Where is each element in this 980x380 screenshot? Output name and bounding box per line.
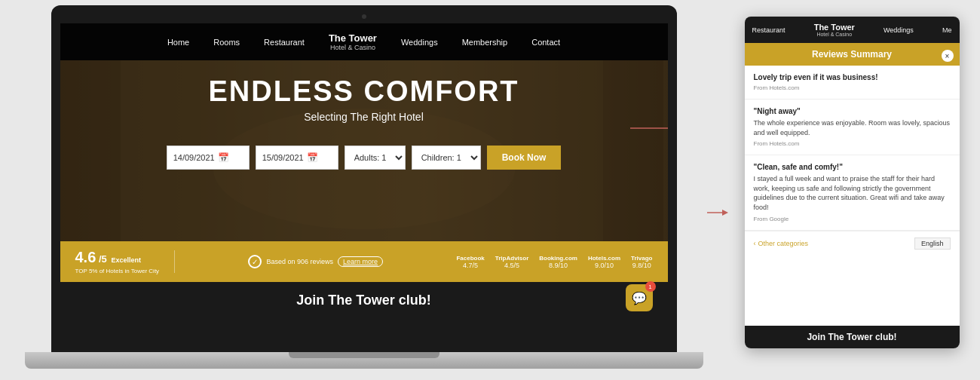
rating-scale: /5: [99, 253, 107, 265]
review-source-1: From Hotels.com: [754, 84, 951, 91]
platform-val-hotels: 9.0/10: [588, 262, 620, 269]
platform-val-trivago: 9.8/10: [631, 262, 652, 269]
laptop-screen: Home Rooms Restaurant The Tower Hotel & …: [60, 23, 668, 348]
nav-rooms[interactable]: Rooms: [213, 38, 240, 47]
hero-subtitle: Selecting The Right Hotel: [208, 111, 519, 123]
booking-form: 14/09/2021 📅 15/09/2021 📅 Adults: 1Adult…: [167, 146, 562, 170]
platform-val-tripadvisor: 4.5/5: [495, 262, 528, 269]
platform-trivago: Trivago 9.8/10: [631, 255, 652, 269]
checkout-date-field[interactable]: 15/09/2021 📅: [256, 146, 338, 170]
mobile-brand-name: The Tower: [814, 23, 855, 32]
join-banner: Join The Tower club! 💬 1: [60, 282, 668, 319]
hotel-website: Home Rooms Restaurant The Tower Hotel & …: [60, 23, 668, 348]
platform-val-booking: 8.9/10: [539, 262, 577, 269]
rating-big-number: 4.6: [75, 249, 96, 265]
nav-brand: The Tower Hotel & Casino: [329, 32, 377, 51]
rating-score-block: 4.6 /5 Excellent TOP 5% of Hotels in Tow…: [75, 249, 160, 274]
mobile-nav: Restaurant The Tower Hotel & Casino Wedd…: [745, 17, 960, 43]
other-categories-label: Other categories: [758, 240, 809, 247]
close-button[interactable]: ×: [942, 50, 954, 62]
learn-more-link[interactable]: Learn more: [338, 256, 383, 267]
platform-scores: Facebook 4.7/5 TripAdvisor 4.5/5 Booking…: [456, 255, 652, 269]
adults-select[interactable]: Adults: 1Adults: 2Adults: 3: [345, 146, 406, 170]
rating-score: 4.6 /5 Excellent: [75, 249, 160, 266]
svg-marker-8: [722, 210, 728, 216]
nav-membership[interactable]: Membership: [462, 38, 508, 47]
rating-bar: 4.6 /5 Excellent TOP 5% of Hotels in Tow…: [60, 241, 668, 282]
mobile-join-banner: Join The Tower club!: [745, 326, 960, 348]
mobile-brand-sub: Hotel & Casino: [814, 32, 855, 37]
mobile-nav-me[interactable]: Me: [942, 26, 952, 34]
chat-bubble-button[interactable]: 💬 1: [626, 284, 653, 311]
mobile-panel: Restaurant The Tower Hotel & Casino Wedd…: [745, 17, 960, 348]
rating-divider: [174, 250, 175, 273]
review-text-3: I stayed a full week and want to praise …: [754, 174, 951, 212]
nav-restaurant[interactable]: Restaurant: [264, 38, 305, 47]
main-nav: Home Rooms Restaurant The Tower Hotel & …: [60, 23, 668, 60]
chevron-left-icon: ‹: [754, 240, 756, 247]
arrow-to-panel: [630, 121, 668, 136]
review-title-3: "Clean, safe and comfy!": [754, 163, 951, 171]
children-select[interactable]: Children: 1Children: 2Children: 3: [412, 146, 481, 170]
mobile-join-text: Join The Tower club!: [751, 332, 954, 342]
laptop-base: [25, 352, 703, 369]
laptop-mockup: Home Rooms Restaurant The Tower Hotel & …: [36, 5, 692, 375]
check-circle-icon: ✓: [248, 255, 262, 268]
chat-icon: 💬: [632, 291, 647, 305]
review-item-1: Lovely trip even if it was business! Fro…: [745, 66, 960, 100]
platform-tripadvisor: TripAdvisor 4.5/5: [495, 255, 528, 269]
nav-home[interactable]: Home: [167, 38, 189, 47]
rating-based-text: Based on 906 reviews: [266, 258, 333, 265]
hero-text: Endless Comfort Selecting The Right Hote…: [208, 75, 519, 123]
camera-dot: [362, 14, 366, 19]
mobile-nav-weddings[interactable]: Weddings: [884, 26, 914, 34]
hero-section: Endless Comfort Selecting The Right Hote…: [60, 60, 668, 241]
platform-name-facebook: Facebook: [456, 255, 484, 262]
book-now-button[interactable]: Book Now: [487, 146, 562, 170]
platform-booking: Booking.com 8.9/10: [539, 255, 577, 269]
reviews-footer: ‹ Other categories English: [745, 231, 960, 256]
other-categories-link[interactable]: ‹ Other categories: [754, 240, 809, 247]
platform-name-trivago: Trivago: [631, 255, 652, 262]
checkout-date-value: 15/09/2021: [262, 153, 304, 162]
brand-name: The Tower: [329, 32, 377, 44]
platform-val-facebook: 4.7/5: [456, 262, 484, 269]
reviews-header: Reviews Summary: [745, 43, 960, 66]
language-button[interactable]: English: [914, 238, 951, 250]
review-source-2: From Hotels.com: [754, 140, 951, 147]
screen-bezel: Home Rooms Restaurant The Tower Hotel & …: [51, 5, 677, 352]
mobile-nav-restaurant[interactable]: Restaurant: [752, 26, 786, 34]
review-source-3: From Google: [754, 216, 951, 222]
platform-facebook: Facebook 4.7/5: [456, 255, 484, 269]
platform-name-booking: Booking.com: [539, 255, 577, 262]
review-title-1: Lovely trip even if it was business!: [754, 73, 951, 81]
checkin-date-value: 14/09/2021: [173, 153, 215, 162]
review-item-2: "Night away" The whole experience was en…: [745, 100, 960, 155]
platform-hotels: Hotels.com 9.0/10: [588, 255, 620, 269]
mobile-brand: The Tower Hotel & Casino: [814, 23, 855, 37]
hero-title: Endless Comfort: [208, 75, 519, 108]
checkin-date-field[interactable]: 14/09/2021 📅: [167, 146, 250, 170]
join-text: Join The Tower club!: [296, 293, 431, 308]
checkout-calendar-icon[interactable]: 📅: [307, 152, 318, 163]
rating-sub-text: TOP 5% of Hotels in Tower City: [75, 268, 160, 274]
checkin-calendar-icon[interactable]: 📅: [218, 152, 229, 163]
rating-label: Excellent: [111, 256, 141, 264]
platform-name-hotels: Hotels.com: [588, 255, 620, 262]
brand-sub: Hotel & Casino: [329, 44, 377, 51]
review-title-2: "Night away": [754, 107, 951, 115]
platform-name-tripadvisor: TripAdvisor: [495, 255, 528, 262]
nav-contact[interactable]: Contact: [531, 38, 560, 47]
nav-weddings[interactable]: Weddings: [401, 38, 438, 47]
reviews-panel: Reviews Summary × Lovely trip even if it…: [745, 43, 960, 348]
connector-arrow: [707, 205, 730, 220]
rating-based-block: ✓ Based on 906 reviews Learn more: [190, 255, 441, 268]
review-item-3: "Clean, safe and comfy!" I stayed a full…: [745, 155, 960, 230]
review-text-2: The whole experience was enjoyable. Room…: [754, 118, 951, 137]
notification-badge: 1: [645, 281, 656, 292]
